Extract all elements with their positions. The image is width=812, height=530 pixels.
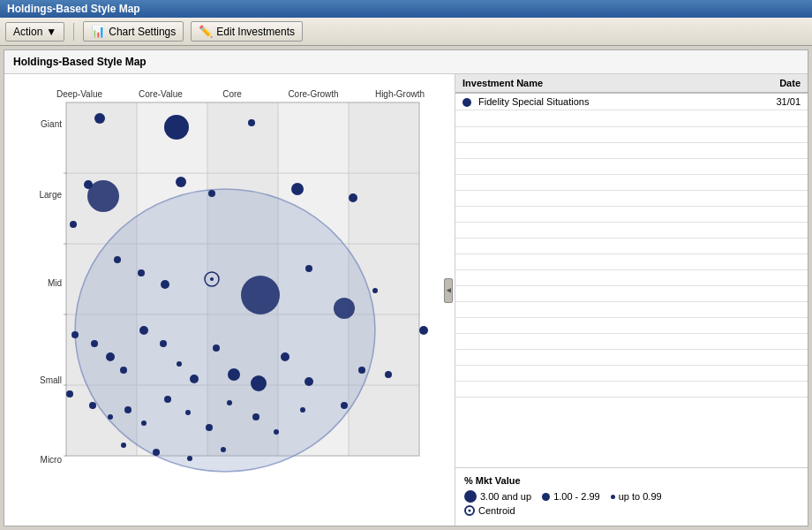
legend-row-sizes: 3.00 and up 1.00 - 2.99 up to 0.99 [464, 490, 799, 503]
chart-settings-button[interactable]: 📊 Chart Settings [83, 21, 184, 42]
panel-body: Deep-Value Core-Value Core Core-Growth H… [4, 74, 808, 526]
dot-small-9 [213, 344, 220, 352]
row-label-large: Large [40, 190, 62, 200]
dot-large-2 [87, 180, 119, 212]
dot-large-4 [208, 190, 215, 197]
dot-micro-15 [187, 456, 192, 461]
empty-row [455, 254, 808, 269]
empty-row [455, 381, 808, 397]
investment-dot [462, 98, 471, 107]
dot-micro-11 [300, 407, 305, 413]
col-header-investment-name: Investment Name [455, 74, 755, 93]
col-header-core-value: Core-Value [139, 89, 183, 99]
investment-name: Fidelity Special Situations [478, 96, 589, 107]
empty-row [455, 222, 808, 238]
col-header-date: Date [755, 74, 808, 93]
dot-micro-6 [185, 410, 191, 415]
action-button[interactable]: Action ▼ [5, 22, 64, 42]
dot-small-12 [281, 352, 289, 361]
right-panel: Investment Name Date Fidelity Special Si… [455, 74, 808, 526]
dot-small-1 [71, 331, 79, 338]
dot-micro-10 [274, 429, 279, 435]
empty-row [455, 158, 808, 174]
col-header-core-growth: Core-Growth [288, 89, 338, 99]
dot-micro-4 [141, 420, 147, 426]
dot-small-8 [190, 375, 199, 383]
dot-mid-6 [334, 298, 355, 319]
dot-small-6 [160, 340, 167, 347]
legend-item-large: 3.00 and up [464, 490, 531, 503]
dot-large-5 [291, 183, 304, 195]
centroid-dot [210, 277, 214, 281]
edit-investments-button[interactable]: ✏️ Edit Investments [191, 21, 303, 42]
legend-dot-large [464, 490, 477, 503]
chart-area: Deep-Value Core-Value Core Core-Growth H… [4, 74, 455, 526]
investment-date-cell: 31/01 [755, 93, 808, 110]
action-dropdown-icon: ▼ [46, 26, 56, 38]
row-label-small: Small [40, 375, 62, 385]
legend-item-centroid: Centroid [464, 505, 515, 516]
edit-investments-label: Edit Investments [216, 26, 295, 38]
dot-micro-9 [252, 413, 259, 420]
legend-label-small: up to 0.99 [619, 491, 662, 502]
row-label-micro: Micro [41, 455, 63, 465]
dot-small-15 [385, 371, 392, 378]
legend-row-centroid: Centroid [464, 505, 799, 516]
scroll-tab-arrow: ▶ [436, 287, 461, 294]
empty-row [455, 333, 808, 349]
dot-giant-1 [94, 113, 105, 124]
dot-micro-5 [164, 396, 171, 403]
empty-row [455, 301, 808, 317]
dot-small-10 [228, 368, 240, 381]
dot-mid-3 [161, 280, 169, 289]
chart-scroll-tab[interactable]: ▶ [444, 278, 453, 303]
empty-row [455, 365, 808, 381]
dot-micro-1 [89, 402, 96, 409]
title-bar: Holdings-Based Style Map [0, 0, 812, 18]
legend-dot-small [611, 495, 615, 499]
col-header-core: Core [222, 89, 242, 99]
dot-mid-2 [138, 269, 145, 276]
dot-mid-7 [372, 288, 378, 293]
style-map-svg: Deep-Value Core-Value Core Core-Growth H… [40, 83, 455, 516]
col-header-high-growth: High-Growth [375, 89, 425, 99]
toolbar-separator-1 [73, 23, 74, 41]
empty-row [455, 269, 808, 285]
dot-small-16 [66, 390, 73, 398]
empty-table [455, 110, 808, 398]
main-content: Holdings-Based Style Map Deep-Value Core… [4, 49, 808, 526]
dot-micro-14 [153, 449, 160, 456]
panel-title: Holdings-Based Style Map [4, 50, 808, 74]
dot-giant-2 [164, 115, 189, 140]
dot-small-5 [139, 326, 148, 335]
dot-micro-13 [121, 443, 126, 448]
row-label-mid: Mid [48, 278, 62, 288]
dot-giant-3 [248, 119, 255, 126]
empty-rows-area [455, 110, 808, 467]
dot-small-2 [91, 340, 98, 347]
dot-large-6 [349, 193, 357, 202]
empty-row [455, 285, 808, 301]
empty-row [455, 142, 808, 158]
dot-mid-5 [305, 265, 312, 272]
legend-item-small: up to 0.99 [611, 491, 662, 502]
toolbar: Action ▼ 📊 Chart Settings ✏️ Edit Invest… [0, 18, 812, 46]
action-label: Action [13, 26, 42, 38]
legend-label-medium: 1.00 - 2.99 [553, 491, 600, 502]
dot-micro-7 [206, 424, 213, 431]
title-bar-label: Holdings-Based Style Map [7, 3, 140, 15]
dot-micro-2 [108, 414, 113, 420]
chart-settings-icon: 📊 [91, 25, 105, 38]
legend-centroid-icon [464, 505, 475, 516]
empty-row [455, 190, 808, 206]
empty-row [455, 110, 808, 126]
dot-small-4 [120, 367, 127, 374]
table-header-row: Investment Name Date [455, 74, 808, 93]
chart-settings-label: Chart Settings [109, 26, 176, 38]
empty-row [455, 238, 808, 254]
portfolio-ellipse [75, 189, 375, 472]
empty-row [455, 206, 808, 222]
legend-label-large: 3.00 and up [480, 491, 531, 502]
dot-large-7 [70, 221, 77, 228]
dot-micro-3 [124, 406, 132, 413]
